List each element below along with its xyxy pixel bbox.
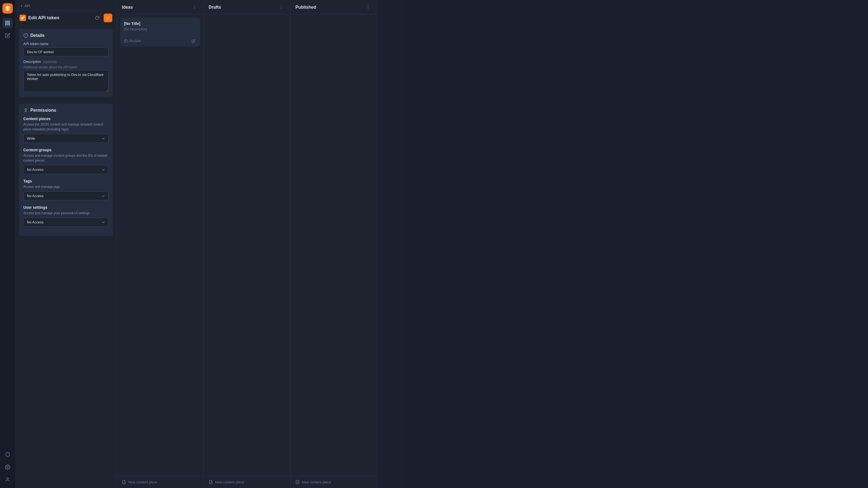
app-logo[interactable] [2,3,13,13]
col-menu-btn-ideas[interactable] [190,4,198,10]
new-content-btn-published[interactable]: New content piece [290,476,377,488]
main-container: API Edit API token [15,0,868,488]
back-link[interactable]: API [20,4,30,8]
dots-icon [366,5,371,10]
save-button[interactable] [104,13,112,22]
perm-name-tags: Tags [23,179,108,183]
key-icon [21,16,25,20]
card-footer-card1: No date [120,35,200,46]
col-title-published: Published [296,5,316,10]
svg-point-4 [7,466,8,468]
new-content-label-published: New content piece [302,480,331,484]
perm-desc-user_settings: Access and manage your personal UI setti… [23,210,108,216]
card-title-card1: [No Title] [124,22,196,26]
col-title-ideas: Ideas [122,5,133,10]
svg-rect-2 [6,24,7,25]
svg-point-13 [194,8,195,9]
permissions-icon [23,108,28,113]
new-content-label-ideas: New content piece [128,480,157,484]
svg-point-12 [194,7,195,8]
user-icon [5,477,10,482]
col-menu-btn-published[interactable] [364,4,372,10]
col-body-drafts [204,14,290,476]
perm-name-user_settings: User settings [23,205,108,209]
card-body-card1: [No Title] [No Description] [120,18,200,35]
page-title: Edit API token [28,15,91,21]
svg-rect-3 [8,24,10,25]
kanban-col-ideas: Ideas [No Title] [No Description] [117,0,204,488]
back-arrow-icon [20,4,23,8]
svg-rect-1 [8,21,10,23]
perm-name-content_pieces: Content pieces [23,117,108,121]
info-icon [23,33,28,38]
permissions-title-text: Permissions [30,108,56,113]
new-content-btn-ideas[interactable]: New content piece [117,476,204,488]
details-title-text: Details [30,33,44,38]
desc-optional-label: (optional) [43,60,57,64]
nav-icon-user[interactable] [2,475,13,485]
col-body-ideas: [No Title] [No Description] No date [117,14,204,476]
perm-name-content_groups: Content groups [23,148,108,152]
new-content-btn-drafts[interactable]: New content piece [204,476,290,488]
svg-point-11 [194,6,195,6]
pen-icon [5,33,10,38]
nav-icon-grid[interactable] [2,18,13,28]
new-content-label-drafts: New content piece [215,480,244,484]
card-date-card1: No date [124,39,141,43]
kanban-col-published: Published New content piece [290,0,377,488]
perm-desc-content_pieces: Access the JSON content and manage detai… [23,122,108,132]
perm-select-user_settings[interactable]: No AccessReadWrite [23,218,108,227]
kanban-col-partial [377,0,404,488]
desc-field-label: Description (optional) [23,60,108,64]
nav-bar [0,0,15,488]
perm-select-content_pieces[interactable]: No AccessReadWrite [23,134,108,143]
refresh-button[interactable] [93,13,101,22]
col-header-ideas: Ideas [117,0,204,14]
api-key-icon-container [20,14,26,21]
token-desc-textarea[interactable]: Token for auto-publishing to Dev.to via … [23,70,108,92]
dots-icon [192,5,197,10]
permission-item-user_settings: User settings Access and manage your per… [23,205,108,227]
grid-icon [5,20,10,26]
svg-point-9 [25,108,27,110]
permission-item-tags: Tags Access and manage tags No AccessRea… [23,179,108,200]
col-title-drafts: Drafts [209,5,221,10]
header-actions [93,13,112,22]
col-header-published: Published [290,0,377,14]
svg-point-28 [368,7,368,8]
permissions-section: Permissions Content pieces Access the JS… [19,104,113,236]
token-name-input[interactable] [23,47,108,56]
svg-rect-0 [6,21,7,23]
kanban-col-drafts: Drafts New content piece [204,0,290,488]
permission-item-content_groups: Content groups Access and manage content… [23,148,108,174]
settings-icon [5,464,10,470]
col-body-published [290,14,377,476]
svg-point-29 [368,8,368,9]
new-content-icon [296,480,300,484]
new-content-icon [209,480,213,484]
perm-select-content_groups[interactable]: No AccessReadWrite [23,165,108,174]
nav-icon-settings[interactable] [2,462,13,472]
nav-icon-edit[interactable] [2,30,13,41]
nav-icon-shield[interactable] [2,450,13,460]
edit-icon [191,39,195,43]
perm-desc-content_groups: Access and manage content groups and the… [23,153,108,163]
sidebar: API Edit API token [15,0,117,488]
col-menu-btn-drafts[interactable] [277,4,285,10]
dots-icon [279,5,284,10]
board-area: Ideas [No Title] [No Description] [117,0,868,488]
logo-icon [5,5,10,11]
svg-point-22 [281,6,282,6]
kanban-card-card1[interactable]: [No Title] [No Description] No date [120,18,200,46]
permissions-title: Permissions [23,108,108,113]
card-edit-btn-card1[interactable] [190,38,196,44]
new-content-icon [122,480,126,484]
col-header-drafts: Drafts [204,0,290,14]
svg-point-27 [368,6,368,6]
card-desc-card1: [No Description] [124,27,196,31]
desc-hint: Additional details about the API token [23,65,108,69]
svg-point-23 [281,7,282,8]
svg-point-5 [7,478,9,480]
perm-select-tags[interactable]: No AccessReadWrite [23,191,108,200]
permission-item-content_pieces: Content pieces Access the JSON content a… [23,117,108,143]
